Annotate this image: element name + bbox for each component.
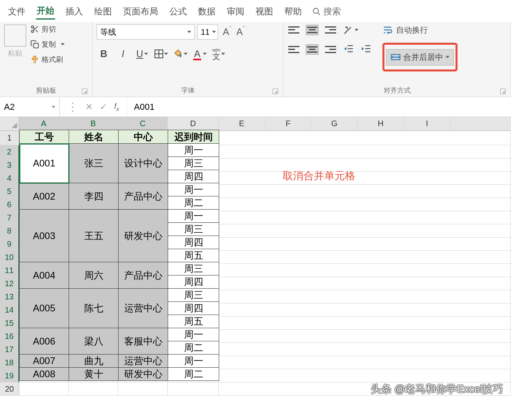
cell-B20[interactable] bbox=[69, 382, 118, 396]
merged-cell-name-A004[interactable]: 周六 bbox=[69, 262, 119, 289]
underline-button[interactable]: U bbox=[135, 47, 149, 61]
day-cell[interactable]: 周一 bbox=[168, 144, 219, 157]
day-cell[interactable]: 周二 bbox=[168, 341, 219, 355]
cell-blank-row-13[interactable] bbox=[219, 290, 511, 303]
copy-button[interactable]: 复制 bbox=[30, 40, 65, 49]
column-header-G[interactable]: G bbox=[311, 117, 358, 131]
table-header-c1[interactable]: 工号 bbox=[20, 130, 69, 144]
merged-cell-center-A001[interactable]: 设计中心 bbox=[119, 144, 168, 183]
align-bottom-button[interactable] bbox=[324, 25, 337, 35]
font-name-combo[interactable]: 等线 bbox=[97, 24, 195, 40]
grow-font-button[interactable]: A˄ bbox=[220, 26, 232, 38]
cell-blank-row-16[interactable] bbox=[219, 330, 511, 343]
merged-cell-name-A003[interactable]: 王五 bbox=[69, 210, 119, 262]
worksheet-grid[interactable]: ABCDEFGHI 123456789101112131415161718192… bbox=[0, 117, 511, 396]
dialog-launcher-icon[interactable] bbox=[500, 89, 506, 94]
day-cell[interactable]: 周三 bbox=[168, 262, 219, 275]
align-top-button[interactable] bbox=[287, 25, 300, 35]
cell-blank-row-18[interactable] bbox=[219, 356, 511, 369]
merged-cell-center-A008[interactable]: 研发中心 bbox=[119, 368, 168, 381]
row-header-8[interactable]: 8 bbox=[0, 224, 19, 238]
merged-cell-center-A005[interactable]: 运营中心 bbox=[119, 289, 168, 328]
dialog-launcher-icon[interactable] bbox=[82, 89, 87, 94]
align-left-button[interactable] bbox=[287, 44, 300, 55]
merged-cell-id-A008[interactable]: A008 bbox=[20, 368, 69, 381]
row-header-17[interactable]: 17 bbox=[0, 343, 19, 356]
merged-cell-id-A004[interactable]: A004 bbox=[20, 262, 69, 289]
merged-cell-name-A001[interactable]: 张三 bbox=[69, 144, 119, 183]
italic-button[interactable]: I bbox=[116, 47, 130, 61]
cell-blank-row-2[interactable] bbox=[219, 145, 511, 158]
column-header-E[interactable]: E bbox=[219, 117, 265, 131]
tab-insert[interactable]: 插入 bbox=[65, 4, 84, 19]
increase-indent-button[interactable] bbox=[360, 44, 372, 55]
bold-button[interactable]: B bbox=[97, 47, 111, 61]
row-header-2[interactable]: 2 bbox=[0, 145, 19, 158]
column-header-C[interactable]: C bbox=[118, 117, 168, 131]
shrink-font-button[interactable]: A˅ bbox=[234, 26, 245, 38]
formula-input[interactable]: A001 bbox=[127, 97, 511, 117]
merged-cell-id-A001[interactable]: A001 bbox=[20, 144, 69, 183]
font-size-combo[interactable]: 11 bbox=[197, 24, 218, 40]
tab-file[interactable]: 文件 bbox=[7, 4, 26, 19]
cell-D20[interactable] bbox=[168, 382, 219, 396]
merged-cell-id-A002[interactable]: A002 bbox=[20, 183, 69, 210]
row-header-14[interactable]: 14 bbox=[0, 303, 19, 317]
merge-center-button[interactable]: 合并后居中 bbox=[386, 49, 454, 65]
merged-cell-center-A003[interactable]: 研发中心 bbox=[119, 210, 168, 262]
row-header-4[interactable]: 4 bbox=[0, 172, 19, 185]
row-header-19[interactable]: 19 bbox=[0, 369, 19, 382]
cell-blank-row-4[interactable] bbox=[219, 172, 511, 185]
day-cell[interactable]: 周一 bbox=[168, 210, 219, 223]
table-header-c4[interactable]: 迟到时间 bbox=[168, 130, 219, 144]
cell-blank-row-9[interactable] bbox=[219, 238, 511, 251]
orientation-button[interactable] bbox=[343, 24, 358, 36]
tab-help[interactable]: 帮助 bbox=[283, 4, 303, 19]
row-header-20[interactable]: 20 bbox=[0, 382, 19, 396]
cell-blank-row-5[interactable] bbox=[219, 185, 511, 198]
cell-C20[interactable] bbox=[118, 382, 168, 396]
row-header-7[interactable]: 7 bbox=[0, 211, 19, 224]
align-center-button[interactable] bbox=[306, 44, 319, 55]
column-header-D[interactable]: D bbox=[168, 117, 219, 131]
cell-blank-row-19[interactable] bbox=[219, 369, 511, 382]
row-header-5[interactable]: 5 bbox=[0, 185, 19, 198]
table-header-c2[interactable]: 姓名 bbox=[69, 130, 119, 144]
row-header-10[interactable]: 10 bbox=[0, 251, 19, 264]
paste-button[interactable]: 粘贴 bbox=[4, 24, 26, 58]
cancel-button[interactable]: ✕ bbox=[85, 102, 93, 112]
row-header-9[interactable]: 9 bbox=[0, 238, 19, 251]
cell-blank-row-11[interactable] bbox=[219, 264, 511, 277]
day-cell[interactable]: 周四 bbox=[168, 236, 219, 249]
cell-blank-row-12[interactable] bbox=[219, 277, 511, 290]
day-cell[interactable]: 周一 bbox=[168, 355, 219, 368]
select-all-corner[interactable] bbox=[0, 117, 19, 130]
cell-blank-row-17[interactable] bbox=[219, 343, 511, 356]
decrease-indent-button[interactable] bbox=[343, 44, 355, 55]
row-header-15[interactable]: 15 bbox=[0, 317, 19, 330]
day-cell[interactable]: 周五 bbox=[168, 249, 219, 262]
format-painter-button[interactable]: 格式刷 bbox=[30, 55, 65, 64]
cell-blank-row-8[interactable] bbox=[219, 224, 511, 238]
align-middle-button[interactable] bbox=[306, 25, 319, 35]
font-color-button[interactable]: A bbox=[192, 47, 207, 61]
row-header-6[interactable]: 6 bbox=[0, 198, 19, 211]
merged-cell-center-A002[interactable]: 产品中心 bbox=[119, 183, 168, 210]
column-header-I[interactable]: I bbox=[404, 117, 450, 131]
day-cell[interactable]: 周一 bbox=[168, 183, 219, 196]
row-header-11[interactable]: 11 bbox=[0, 264, 19, 277]
day-cell[interactable]: 周二 bbox=[168, 196, 219, 210]
merged-cell-id-A003[interactable]: A003 bbox=[20, 210, 69, 262]
cell-blank-row-7[interactable] bbox=[219, 211, 511, 224]
tab-view[interactable]: 视图 bbox=[255, 4, 274, 19]
cell-A20[interactable] bbox=[19, 382, 69, 396]
merged-cell-name-A002[interactable]: 李四 bbox=[69, 183, 119, 210]
column-header-A[interactable]: A bbox=[19, 117, 69, 131]
day-cell[interactable]: 周二 bbox=[168, 368, 219, 381]
dialog-launcher-icon[interactable] bbox=[273, 89, 278, 94]
row-header-18[interactable]: 18 bbox=[0, 356, 19, 369]
merged-cell-name-A008[interactable]: 黄十 bbox=[69, 368, 119, 381]
tab-page-layout[interactable]: 页面布局 bbox=[122, 4, 159, 19]
day-cell[interactable]: 周四 bbox=[168, 302, 219, 315]
name-box[interactable]: A2 bbox=[0, 97, 60, 117]
